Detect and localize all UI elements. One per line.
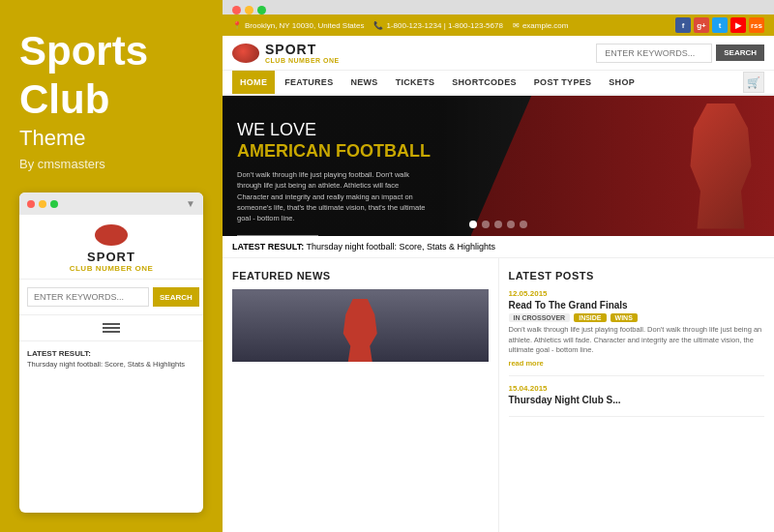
post-excerpt-1: Don't walk through life just playing foo… <box>509 325 765 356</box>
right-panel: 📍 Brooklyn, NY 10030, United States 📞 1-… <box>223 0 774 532</box>
browser-dots <box>232 6 266 15</box>
phone-text: 1-800-123-1234 | 1-800-123-5678 <box>386 21 502 30</box>
featured-news-image <box>232 289 489 362</box>
hero-background: WE LOVE AMERICAN FOOTBALL Don't walk thr… <box>223 96 774 236</box>
google-plus-icon[interactable]: g+ <box>694 17 709 33</box>
main-navigation: HOME FEATURES NEWS TICKETS SHORTCODES PO… <box>223 71 774 96</box>
social-icons: f g+ t ▶ rss <box>675 17 764 33</box>
hero-headline-line2: AMERICAN FOOTBALL <box>237 141 431 163</box>
latest-result-label: LATEST RESULT: <box>232 242 304 251</box>
nav-item-features[interactable]: FEATURES <box>277 71 341 94</box>
title-club: Club <box>19 77 203 122</box>
latest-result-bar: LATEST RESULT: Thursday night football: … <box>223 236 774 258</box>
slider-dot-5[interactable] <box>520 221 527 228</box>
slider-dots <box>469 221 527 228</box>
logo-sub-text: CLUB NUMBER ONE <box>265 57 340 64</box>
mini-latest-label: LATEST RESULT: <box>27 349 195 358</box>
news-image-inner <box>232 289 489 362</box>
mini-titlebar: ▼ <box>19 192 203 215</box>
latest-posts-section: LATEST POSTS 12.05.2015 Read To The Gran… <box>499 258 775 532</box>
hero-slider: WE LOVE AMERICAN FOOTBALL Don't walk thr… <box>223 96 774 236</box>
website-preview: 📍 Brooklyn, NY 10030, United States 📞 1-… <box>223 15 774 532</box>
nav-item-news[interactable]: NEWS <box>342 71 385 94</box>
post-item-2: 15.04.2015 Thursday Night Club S... <box>509 384 765 417</box>
hero-text-block: WE LOVE AMERICAN FOOTBALL Don't walk thr… <box>237 120 431 236</box>
hero-description: Don't walk through life just playing foo… <box>237 169 431 223</box>
left-panel: Sports Club Theme By cmsmasters ▼ SPORT … <box>0 0 223 532</box>
mini-search-button[interactable]: SEARCH <box>153 287 199 307</box>
top-bar: 📍 Brooklyn, NY 10030, United States 📞 1-… <box>223 15 774 36</box>
title-theme: Theme <box>19 126 203 151</box>
mini-dot-yellow <box>39 200 46 208</box>
mini-latest-result: LATEST RESULT: Thursday night football: … <box>19 341 203 374</box>
hamburger-icon <box>103 323 120 333</box>
post-date-2: 15.04.2015 <box>509 384 765 393</box>
cart-icon[interactable]: 🛒 <box>743 72 764 93</box>
post-tag-wins: WINS <box>610 313 638 322</box>
hero-player-image <box>471 96 775 236</box>
content-area: FEATURED NEWS LATEST POSTS 12.05.2015 Re… <box>223 258 774 532</box>
logo-ball-icon <box>232 44 259 63</box>
email-icon: ✉ <box>513 21 520 30</box>
slider-dot-3[interactable] <box>494 221 502 228</box>
mini-hamburger-menu[interactable] <box>19 315 203 341</box>
location-icon: 📍 <box>232 21 242 30</box>
mini-club-text: CLUB NUMBER ONE <box>70 264 154 273</box>
mini-logo: SPORT CLUB NUMBER ONE <box>19 215 203 280</box>
post-date-1: 12.05.2015 <box>509 289 765 298</box>
youtube-icon[interactable]: ▶ <box>730 17 746 33</box>
facebook-icon[interactable]: f <box>675 17 691 33</box>
phone-icon: 📞 <box>373 21 383 30</box>
browser-dot-yellow <box>245 6 253 15</box>
mini-dropdown-arrow: ▼ <box>186 198 195 209</box>
rss-icon[interactable]: rss <box>749 17 764 33</box>
browser-dot-red <box>232 6 241 15</box>
nav-item-shortcodes[interactable]: SHORTCODES <box>444 71 524 94</box>
nav-item-shop[interactable]: SHOP <box>601 71 642 94</box>
logo-sport-text: SPORT <box>265 42 340 57</box>
address-text: Brooklyn, NY 10030, United States <box>245 21 364 30</box>
search-input[interactable] <box>596 44 712 63</box>
email-text: example.com <box>522 21 569 30</box>
email-info: ✉ example.com <box>513 21 569 30</box>
mini-dot-red <box>27 200 35 208</box>
post-tag-inside: INSIDE <box>574 313 606 322</box>
search-button[interactable]: SEARCH <box>716 44 764 61</box>
top-bar-left: 📍 Brooklyn, NY 10030, United States 📞 1-… <box>232 21 568 30</box>
post-title-1[interactable]: Read To The Grand Finals <box>509 300 765 310</box>
title-sports: Sports <box>19 29 203 74</box>
twitter-icon[interactable]: t <box>712 17 728 33</box>
logo: SPORT CLUB NUMBER ONE <box>232 42 340 64</box>
search-bar: SEARCH <box>596 44 764 63</box>
mini-sport-text: SPORT <box>87 250 135 264</box>
player-silhouette <box>687 103 755 229</box>
slider-dot-1[interactable] <box>469 221 477 228</box>
post-category-1: IN CROSSOVER <box>509 313 571 322</box>
join-team-button[interactable]: JOIN THE TEAM <box>237 235 318 236</box>
hero-headline-line1: WE LOVE <box>237 120 431 141</box>
browser-dot-green <box>257 6 266 15</box>
latest-result-text: Thursday night football: Score, Stats & … <box>307 242 496 251</box>
post-title-2[interactable]: Thursday Night Club S... <box>509 395 765 405</box>
mini-football-icon <box>95 224 128 246</box>
mini-search-input[interactable] <box>27 287 149 307</box>
featured-news-title: FEATURED NEWS <box>232 270 489 281</box>
nav-item-home[interactable]: HOME <box>232 71 275 94</box>
mini-dot-green <box>50 200 58 208</box>
logo-text-group: SPORT CLUB NUMBER ONE <box>265 42 340 64</box>
featured-news-section: FEATURED NEWS <box>223 258 499 532</box>
address-info: 📍 Brooklyn, NY 10030, United States <box>232 21 364 30</box>
browser-chrome <box>223 0 774 15</box>
slider-dot-2[interactable] <box>482 221 490 228</box>
header-area: SPORT CLUB NUMBER ONE SEARCH <box>223 36 774 71</box>
phone-info: 📞 1-800-123-1234 | 1-800-123-5678 <box>373 21 502 30</box>
news-player-figure <box>336 299 384 362</box>
slider-dot-4[interactable] <box>507 221 515 228</box>
mini-latest-text: Thursday night football: Score, Stats & … <box>27 360 195 370</box>
author-credit: By cmsmasters <box>19 157 203 171</box>
nav-item-tickets[interactable]: TICKETS <box>388 71 443 94</box>
mini-search-bar: SEARCH <box>19 280 203 315</box>
read-more-1[interactable]: read more <box>509 359 765 368</box>
nav-item-post-types[interactable]: POST TYPES <box>526 71 600 94</box>
post-item-1: 12.05.2015 Read To The Grand Finals IN C… <box>509 289 765 376</box>
